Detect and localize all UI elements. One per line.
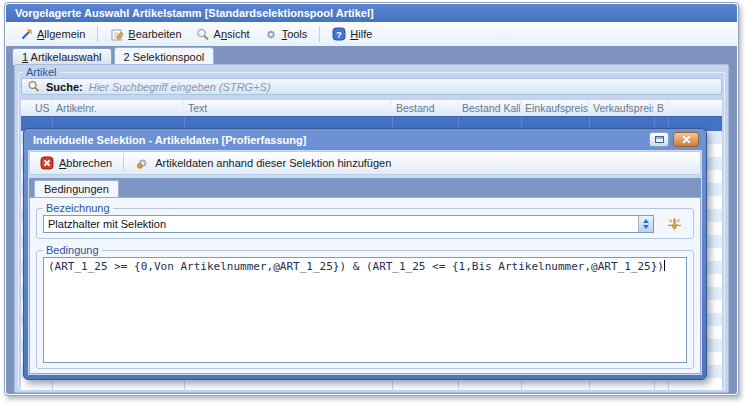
cancel-x-icon <box>40 156 54 170</box>
menu-allgemein[interactable]: Allgemein <box>14 26 91 43</box>
bezeichnung-select[interactable]: Platzhalter mit Selektion <box>43 215 654 233</box>
spinner-down-icon <box>643 225 649 229</box>
column-header-text[interactable]: Text <box>184 100 392 116</box>
cancel-button-label: Abbrechen <box>59 157 112 169</box>
column-header-verkaufspreis[interactable]: Verkaufspreis <box>589 100 654 116</box>
column-header-filler <box>668 100 722 116</box>
menu-separator <box>97 26 98 42</box>
bezeichnung-group: Bezeichnung Platzhalter mit Selektion <box>36 202 694 239</box>
dialog-title: Individuelle Selektion - Artikeldaten [P… <box>33 134 306 146</box>
add-articles-button[interactable]: Artikeldaten anhand dieser Selektion hin… <box>129 154 397 172</box>
restore-icon <box>655 136 664 143</box>
dialog-body: Abbrechen Artikeldaten anhand dieser Sel… <box>28 150 702 375</box>
search-input-placeholder[interactable]: Hier Suchbegriff eingeben (STRG+S) <box>89 81 271 93</box>
column-header-einkaufspreis[interactable]: Einkaufspreis <box>521 100 589 116</box>
combo-spinner[interactable] <box>638 216 653 232</box>
menu-item-label: Allgemein <box>37 28 85 40</box>
main-titlebar[interactable]: Vorgelagerte Auswahl Artikelstamm [Stand… <box>6 4 737 22</box>
bedingung-textarea[interactable]: (ART_1_25 >= {0,Von Artikelnummer,@ART_1… <box>43 257 687 363</box>
add-articles-button-label: Artikeldaten anhand dieser Selektion hin… <box>155 157 391 169</box>
close-icon <box>682 135 691 144</box>
column-header-bestand[interactable]: Bestand <box>392 100 458 116</box>
tab-artikelauswahl[interactable]: 1 Artikelauswahl <box>12 48 112 65</box>
magnifier-icon <box>196 28 210 41</box>
search-label: Suche: <box>46 81 83 93</box>
window-title: Vorgelagerte Auswahl Artikelstamm [Stand… <box>15 7 374 19</box>
arrow-up-right-icon <box>20 28 33 41</box>
menu-bar: Allgemein Bearbeiten Ansicht Tools <box>6 22 737 46</box>
dialog-tabstrip: Bedingungen <box>29 178 701 197</box>
dialog-toolbar: Abbrechen Artikeldaten anhand dieser Sel… <box>29 151 701 175</box>
add-selection-icon <box>135 156 150 170</box>
main-window: Vorgelagerte Auswahl Artikelstamm [Stand… <box>4 2 739 396</box>
restore-button[interactable] <box>649 132 669 147</box>
apply-placeholder-icon[interactable] <box>666 216 683 232</box>
menu-tools[interactable]: Tools <box>258 26 314 43</box>
gear-icon <box>264 28 278 41</box>
search-icon <box>27 80 40 93</box>
help-icon: ? <box>332 27 346 41</box>
main-tabstrip: 1 Artikelauswahl 2 Selektionspool <box>6 46 737 65</box>
bedingung-group-label: Bedingung <box>43 244 102 256</box>
spinner-up-icon <box>643 219 649 223</box>
tab-label: 1 Artikelauswahl <box>22 51 102 63</box>
menu-item-label: Hilfe <box>350 28 372 40</box>
bezeichnung-group-label: Bezeichnung <box>43 202 113 214</box>
menu-bearbeiten[interactable]: Bearbeiten <box>104 26 187 43</box>
toolbar-separator <box>123 155 124 171</box>
column-header-b[interactable]: B <box>654 100 668 116</box>
application-backdrop: Vorgelagerte Auswahl Artikelstamm [Stand… <box>0 0 745 406</box>
cancel-button[interactable]: Abbrechen <box>34 154 118 172</box>
menu-item-label: Ansicht <box>214 28 250 40</box>
menu-item-label: Tools <box>282 28 308 40</box>
dialog-content: Bezeichnung Platzhalter mit Selektion <box>29 197 701 374</box>
tab-bedingungen[interactable]: Bedingungen <box>34 180 119 197</box>
table-header-row: US Artikelnr. Text Bestand Bestand Kalk.… <box>21 100 722 116</box>
dialog-titlebar[interactable]: Individuelle Selektion - Artikeldaten [P… <box>24 129 706 150</box>
bezeichnung-selected-value: Platzhalter mit Selektion <box>44 216 638 232</box>
bezeichnung-row: Platzhalter mit Selektion <box>43 215 687 233</box>
text-caret <box>664 260 665 271</box>
edit-notebook-icon <box>110 28 124 41</box>
svg-text:?: ? <box>336 29 342 40</box>
menu-hilfe[interactable]: ? Hilfe <box>326 25 378 43</box>
search-bar[interactable]: Suche: Hier Suchbegriff eingeben (STRG+S… <box>21 78 722 95</box>
bedingung-group: Bedingung (ART_1_25 >= {0,Von Artikelnum… <box>36 244 694 369</box>
menu-item-label: Bearbeiten <box>128 28 181 40</box>
column-header-bestand-kalk[interactable]: Bestand Kalk. <box>458 100 521 116</box>
close-button[interactable] <box>673 132 699 147</box>
tab-label: Bedingungen <box>44 183 109 195</box>
tab-selektionspool[interactable]: 2 Selektionspool <box>114 47 215 65</box>
selection-dialog: Individuelle Selektion - Artikeldaten [P… <box>23 128 707 380</box>
column-header-us[interactable]: US <box>21 100 52 116</box>
bedingung-expression: (ART_1_25 >= {0,Von Artikelnummer,@ART_1… <box>48 260 664 273</box>
menu-separator <box>319 26 320 42</box>
tab-label: 2 Selektionspool <box>124 51 205 63</box>
menu-ansicht[interactable]: Ansicht <box>190 26 256 43</box>
artikel-group-label: Artikel <box>23 66 60 78</box>
column-header-artikelnr[interactable]: Artikelnr. <box>52 100 184 116</box>
